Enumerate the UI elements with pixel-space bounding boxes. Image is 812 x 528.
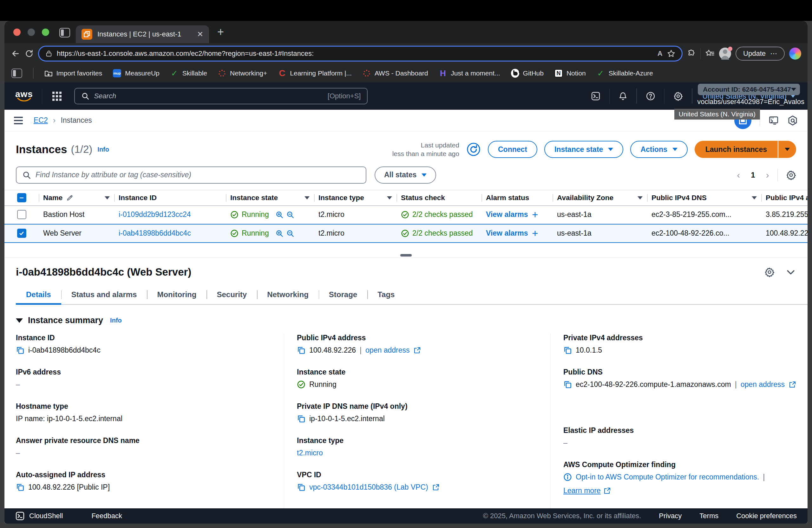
launch-instances-dropdown[interactable] [778, 141, 796, 158]
tab-overview-icon[interactable] [59, 28, 70, 38]
launch-instances-button[interactable]: Launch instances [695, 141, 778, 158]
column-header-instance-state[interactable]: Instance state [226, 190, 314, 205]
help-icon[interactable] [646, 91, 655, 101]
column-header-instance-type[interactable]: Instance type [314, 190, 396, 205]
tab-monitoring[interactable]: Monitoring [147, 286, 206, 304]
close-window-button[interactable] [13, 29, 20, 36]
column-header-public-ipv4[interactable]: Public IPv4 address [761, 190, 808, 205]
page-number[interactable]: 1 [748, 171, 757, 179]
profile-avatar[interactable] [719, 47, 731, 60]
collections-icon[interactable] [705, 49, 715, 58]
filter-caret-icon[interactable] [752, 196, 757, 200]
instance-id-link[interactable]: i-0ab41898b6dd4bc4c [119, 229, 191, 237]
bookmark-skillable[interactable]: ✓Skillable [170, 69, 207, 77]
info-link[interactable]: Info [110, 317, 122, 324]
cookie-preferences-link[interactable]: Cookie preferences [736, 512, 797, 520]
instance-filter-box[interactable] [16, 166, 366, 184]
panel-settings-gear-icon[interactable] [765, 267, 774, 277]
column-header-name[interactable]: Name [39, 190, 114, 205]
bookmark-just-a-moment[interactable]: HJust a moment... [439, 69, 500, 77]
filter-caret-icon[interactable] [638, 196, 643, 200]
row-checkbox[interactable] [17, 210, 26, 219]
drag-handle[interactable] [400, 254, 412, 256]
connect-button[interactable]: Connect [488, 141, 537, 158]
actions-button[interactable]: Actions [630, 141, 687, 158]
bookmark-import-favorites[interactable]: Import favorites [44, 69, 102, 77]
instance-summary-header[interactable]: Instance summary Info [4, 305, 808, 334]
zoom-filter-icons[interactable] [275, 229, 294, 237]
bookmark-aws-dashboard[interactable]: AWS - Dashboard [363, 69, 428, 77]
minimize-window-button[interactable] [28, 29, 35, 36]
copilot-icon[interactable] [789, 47, 801, 60]
section-collapse-icon[interactable] [16, 318, 23, 323]
info-link[interactable]: Info [97, 146, 109, 153]
view-alarms-link[interactable]: View alarms [486, 210, 539, 219]
tab-security[interactable]: Security [206, 286, 257, 304]
collapse-panel-chevron-icon[interactable] [785, 267, 796, 278]
aws-search-input[interactable] [94, 92, 323, 100]
feedback-button[interactable]: Feedback [91, 512, 122, 520]
services-grid-icon[interactable] [52, 92, 61, 101]
copy-icon[interactable] [297, 414, 305, 423]
read-aloud-icon[interactable]: A [657, 49, 663, 58]
close-tab-icon[interactable]: ✕ [197, 30, 203, 39]
cloudshell-icon[interactable] [591, 91, 600, 101]
extensions-icon[interactable] [687, 49, 696, 58]
vpc-link[interactable]: vpc-03344b101d150b836 (Lab VPC) [309, 483, 428, 492]
column-header-instance-id[interactable]: Instance ID [114, 190, 226, 205]
settings-gear-icon[interactable] [673, 91, 683, 101]
favorite-star-icon[interactable] [667, 49, 675, 58]
copy-icon[interactable] [563, 380, 572, 389]
more-icon[interactable]: ⋯ [770, 49, 777, 58]
update-button[interactable]: Update ⋯ [736, 47, 785, 61]
bookmark-networking[interactable]: Networking+ [218, 69, 267, 77]
bookmark-learning-platform[interactable]: CLearning Platform |... [278, 69, 352, 77]
sidebar-toggle-icon[interactable] [11, 69, 22, 78]
terms-link[interactable]: Terms [699, 512, 719, 520]
instance-filter-input[interactable] [35, 171, 360, 179]
tab-storage[interactable]: Storage [319, 286, 367, 304]
filter-caret-icon[interactable] [105, 196, 110, 200]
instance-type-link[interactable]: t2.micro [297, 449, 323, 457]
split-panel-divider[interactable] [4, 253, 808, 258]
column-header-status-check[interactable]: Status check [396, 190, 481, 205]
browser-tab[interactable]: Instances | EC2 | us-east-1 ✕ [76, 25, 209, 43]
column-header-alarm-status[interactable]: Alarm status [481, 190, 553, 205]
learn-more-link[interactable]: Learn more [563, 486, 611, 495]
all-states-filter[interactable]: All states [375, 166, 436, 184]
instance-id-link[interactable]: i-0109dd2b9d123cc24 [119, 210, 191, 219]
cloudshell-panel-icon[interactable] [768, 115, 779, 126]
privacy-link[interactable]: Privacy [659, 512, 682, 520]
column-header-public-ipv4-dns[interactable]: Public IPv4 DNS [647, 190, 761, 205]
table-row-selected[interactable]: Web Server i-0ab41898b6dd4bc4c Running t… [4, 224, 808, 243]
account-menu[interactable]: Account ID: 6246-0475-4347 [698, 84, 800, 95]
table-row[interactable]: Bastion Host i-0109dd2b9d123cc24 Running… [4, 206, 808, 224]
cloudshell-footer-button[interactable]: CloudShell [15, 511, 63, 521]
preferences-gear-icon[interactable] [786, 170, 796, 180]
select-all-checkbox[interactable] [17, 193, 26, 202]
menu-icon[interactable] [14, 117, 23, 124]
aws-search-box[interactable]: [Option+S] [74, 88, 368, 104]
amazon-q-icon[interactable] [787, 115, 798, 126]
next-page-icon[interactable]: › [766, 170, 769, 180]
bookmark-measureup[interactable]: mupMeasureUp [113, 69, 160, 77]
aws-logo[interactable]: aws [15, 91, 33, 102]
new-tab-button[interactable]: + [217, 25, 224, 39]
filter-caret-icon[interactable] [304, 196, 309, 200]
copy-icon[interactable] [297, 346, 305, 354]
filter-caret-icon[interactable] [387, 196, 392, 200]
column-header-availability-zone[interactable]: Availability Zone [553, 190, 647, 205]
open-address-link[interactable]: open address [365, 346, 409, 354]
copy-icon[interactable] [16, 346, 25, 354]
copy-icon[interactable] [16, 483, 25, 492]
zoom-window-button[interactable] [42, 29, 49, 36]
bookmark-skillable-azure[interactable]: ✓Skillable-Azure [597, 69, 653, 77]
row-checkbox[interactable] [17, 229, 26, 238]
copy-icon[interactable] [297, 483, 305, 492]
instance-state-button[interactable]: Instance state [544, 141, 623, 158]
tab-networking[interactable]: Networking [257, 286, 319, 304]
refresh-button[interactable] [466, 142, 481, 157]
bookmark-notion[interactable]: NNotion [554, 69, 586, 77]
tab-details[interactable]: Details [16, 286, 61, 304]
view-alarms-link[interactable]: View alarms [486, 229, 539, 237]
